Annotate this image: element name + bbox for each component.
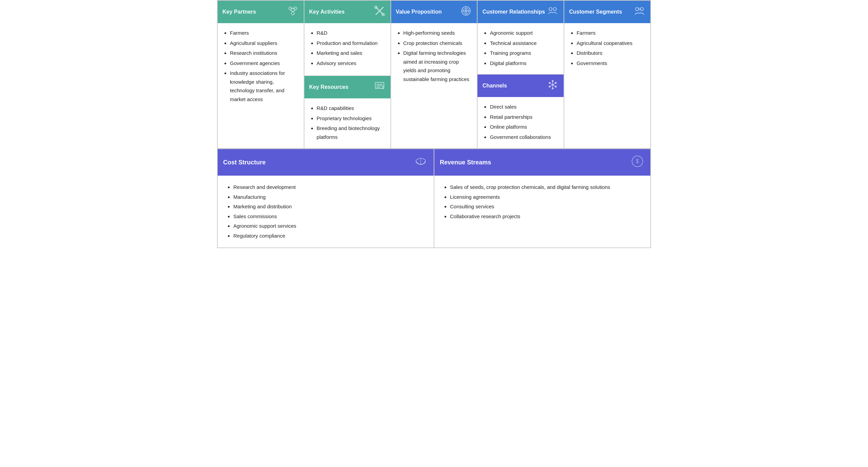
key-resources-title: Key Resources xyxy=(309,84,349,90)
list-item: Sales commissions xyxy=(233,212,426,222)
key-resources-cell: Key Resources R&D cap xyxy=(304,76,390,148)
value-proposition-header: Value Proposition xyxy=(391,1,477,23)
key-activities-list: R&D Production and formulation Marketing… xyxy=(309,29,386,67)
key-resources-header: Key Resources xyxy=(304,76,390,98)
channels-title: Channels xyxy=(482,83,507,89)
list-item: R&D xyxy=(317,29,386,37)
list-item: Proprietary technologies xyxy=(317,114,386,123)
list-item: Industry associations for knowledge shar… xyxy=(230,69,299,103)
key-partners-icon xyxy=(287,5,299,19)
customer-segments-icon xyxy=(633,5,646,19)
cost-structure-title: Cost Structure xyxy=(223,159,266,166)
channels-icon xyxy=(547,79,559,93)
list-item: Direct sales xyxy=(490,102,559,111)
list-item: Farmers xyxy=(577,29,646,37)
top-grid: Key Partners Farmers Agricultural suppl xyxy=(217,0,651,149)
list-item: Digital platforms xyxy=(490,59,559,68)
list-item: Advisory services xyxy=(317,59,386,68)
channels-body: Direct sales Retail partnerships Online … xyxy=(478,97,564,148)
list-item: Agricultural cooperatives xyxy=(577,39,646,48)
svg-line-4 xyxy=(293,10,295,12)
svg-point-21 xyxy=(549,7,552,11)
svg-line-30 xyxy=(550,83,553,85)
list-item: Sales of seeds, crop protection chemical… xyxy=(450,182,643,192)
list-item: Retail partnerships xyxy=(490,113,559,122)
cost-structure-header: Cost Structure xyxy=(218,149,434,176)
list-item: Crop protection chemicals xyxy=(403,39,472,48)
revenue-streams-body: Sales of seeds, crop protection chemical… xyxy=(434,176,650,247)
key-partners-body: Farmers Agricultural suppliers Research … xyxy=(218,23,304,148)
value-proposition-title: Value Proposition xyxy=(396,9,442,15)
customer-segments-cell: Customer Segments Farmers Agricultural c… xyxy=(564,0,651,148)
list-item: Marketing and distribution xyxy=(233,202,426,212)
list-item: Online platforms xyxy=(490,123,559,131)
list-item: Governments xyxy=(577,59,646,68)
customer-relationships-title: Customer Relationships xyxy=(482,9,545,15)
svg-point-22 xyxy=(553,7,556,11)
customer-relationships-icon xyxy=(547,5,559,19)
list-item: Marketing and sales xyxy=(317,49,386,58)
value-proposition-body: High-performing seeds Crop protection ch… xyxy=(391,23,477,148)
cost-structure-cell: Cost Structure Research and development … xyxy=(217,149,434,248)
revenue-streams-icon: $ xyxy=(630,154,645,171)
list-item: Government agencies xyxy=(230,59,299,68)
customer-relationships-cell: Customer Relationships Agronomic support… xyxy=(478,1,564,74)
list-item: Digital farming technologies aimed at in… xyxy=(403,49,472,83)
channels-cell: Channels xyxy=(478,74,564,148)
value-proposition-list: High-performing seeds Crop protection ch… xyxy=(396,29,472,83)
canvas: Key Partners Farmers Agricultural suppl xyxy=(217,0,651,248)
key-partners-cell: Key Partners Farmers Agricultural suppl xyxy=(217,0,304,148)
key-partners-list: Farmers Agricultural suppliers Research … xyxy=(222,29,299,103)
revenue-streams-title: Revenue Streams xyxy=(440,159,491,166)
customer-segments-body: Farmers Agricultural cooperatives Distri… xyxy=(564,23,650,148)
list-item: Consulting services xyxy=(450,202,643,212)
revenue-streams-cell: Revenue Streams $ Sales of seeds, crop p… xyxy=(434,149,651,248)
bottom-grid: Cost Structure Research and development … xyxy=(217,149,651,248)
svg-line-33 xyxy=(553,85,556,86)
key-activities-column: Key Activities R&D Production and formu xyxy=(304,0,391,148)
cost-structure-body: Research and development Manufacturing M… xyxy=(218,176,434,247)
key-activities-icon xyxy=(373,5,386,19)
list-item: Training programs xyxy=(490,49,559,58)
value-proposition-cell: Value Proposition High-performing seeds … xyxy=(391,0,478,148)
key-activities-body: R&D Production and formulation Marketing… xyxy=(304,23,390,74)
revenue-streams-list: Sales of seeds, crop protection chemical… xyxy=(442,182,643,221)
channels-list: Direct sales Retail partnerships Online … xyxy=(482,102,559,141)
cost-structure-icon xyxy=(413,154,428,171)
list-item: Collaborative research projects xyxy=(450,212,643,222)
key-activities-cell: Key Activities R&D Production and formu xyxy=(304,1,390,76)
key-partners-title: Key Partners xyxy=(222,9,256,15)
svg-point-36 xyxy=(635,7,638,11)
list-item: Breeding and biotechnology platforms xyxy=(317,124,386,141)
customer-segments-list: Farmers Agricultural cooperatives Distri… xyxy=(569,29,646,67)
list-item: Manufacturing xyxy=(233,192,426,202)
key-partners-header: Key Partners xyxy=(218,1,304,23)
list-item: Research and development xyxy=(233,182,426,192)
revenue-streams-header: Revenue Streams $ xyxy=(434,149,650,176)
list-item: Licensing agreements xyxy=(450,192,643,202)
customer-relationships-list: Agronomic support Technical assistance T… xyxy=(482,29,559,67)
key-activities-header: Key Activities xyxy=(304,1,390,23)
key-resources-icon xyxy=(373,80,386,94)
list-item: Government collaborations xyxy=(490,133,559,142)
svg-line-3 xyxy=(290,10,293,12)
list-item: Technical assistance xyxy=(490,39,559,48)
list-item: Agronomic support xyxy=(490,29,559,37)
channels-header: Channels xyxy=(478,75,564,97)
list-item: Farmers xyxy=(230,29,299,37)
cost-structure-list: Research and development Manufacturing M… xyxy=(225,182,426,241)
list-item: High-performing seeds xyxy=(403,29,472,37)
list-item: Research institutions xyxy=(230,49,299,58)
list-item: R&D capabilities xyxy=(317,104,386,113)
customer-relationships-column: Customer Relationships Agronomic support… xyxy=(477,0,564,148)
key-resources-list: R&D capabilities Proprietary technologie… xyxy=(309,104,386,141)
key-activities-title: Key Activities xyxy=(309,9,345,15)
svg-line-31 xyxy=(553,83,556,85)
key-resources-body: R&D capabilities Proprietary technologie… xyxy=(304,98,390,148)
customer-segments-title: Customer Segments xyxy=(569,9,622,15)
list-item: Agricultural suppliers xyxy=(230,39,299,48)
list-item: Regulatory compliance xyxy=(233,231,426,241)
list-item: Distributors xyxy=(577,49,646,58)
svg-text:$: $ xyxy=(636,158,639,164)
list-item: Agronomic support services xyxy=(233,221,426,231)
